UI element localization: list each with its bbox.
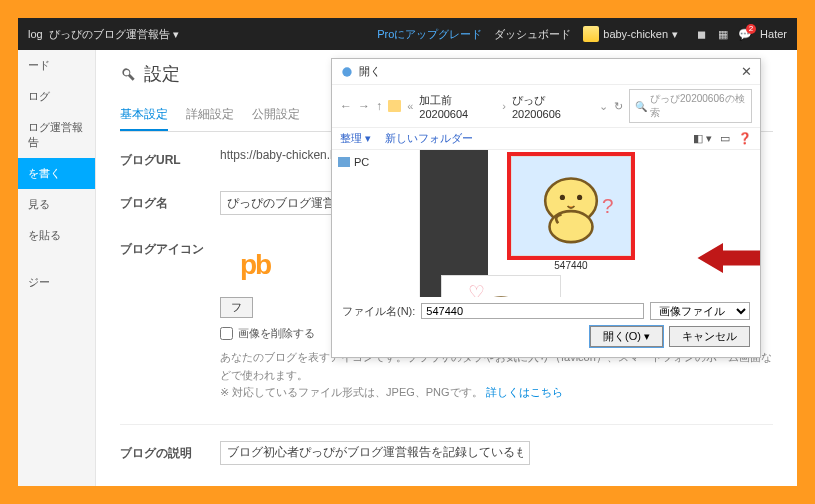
nav-up-icon[interactable]: ↑ [376, 99, 382, 113]
file-item[interactable]: ♡ [426, 275, 576, 297]
search-icon: 🔍 [635, 101, 647, 112]
file-open-dialog: 開く ✕ ← → ↑ « 加工前20200604 › ぴっぴ20200606 ⌄… [331, 58, 761, 358]
sidebar-item[interactable]: を貼る [18, 220, 95, 251]
tab-publish[interactable]: 公開設定 [252, 100, 300, 131]
delete-image-checkbox[interactable] [220, 327, 233, 340]
hatena-fragment: Hater [760, 28, 787, 40]
wrench-icon [120, 66, 136, 82]
dialog-app-icon [340, 65, 354, 79]
filename-input[interactable] [421, 303, 644, 319]
input-blog-desc[interactable] [220, 441, 530, 465]
chick-thinking-icon: ? [528, 163, 614, 249]
preview-pane-icon[interactable]: ▭ [720, 132, 730, 145]
filename-label: ファイル名(N): [342, 304, 415, 319]
sidebar-item[interactable]: ログ [18, 81, 95, 112]
sidebar-item[interactable] [18, 251, 95, 267]
svg-point-2 [550, 211, 593, 242]
view-mode-icon[interactable]: ◧ ▾ [693, 132, 712, 145]
service-logo-fragment: log [28, 28, 43, 40]
file-name: 547440 [496, 260, 646, 271]
tab-advanced[interactable]: 詳細設定 [186, 100, 234, 131]
svg-point-4 [577, 195, 582, 200]
svg-text:?: ? [602, 194, 613, 217]
sidebar-item[interactable]: ード [18, 50, 95, 81]
notification-icon[interactable]: 💬2 [734, 28, 756, 41]
tab-basic[interactable]: 基本設定 [120, 100, 168, 131]
label-blog-url: ブログURL [120, 148, 220, 169]
avatar-icon [583, 26, 599, 42]
svg-point-0 [342, 67, 351, 76]
choose-file-button[interactable]: フ [220, 297, 253, 318]
sidebar-item[interactable]: ログ運営報告 [18, 112, 95, 158]
refresh-icon[interactable]: ↻ [614, 100, 623, 113]
red-arrow-annotation [697, 240, 760, 276]
cancel-button[interactable]: キャンセル [669, 326, 750, 347]
delete-image-label: 画像を削除する [238, 326, 315, 341]
nav-back-icon[interactable]: ← [340, 99, 352, 113]
new-folder-button[interactable]: 新しいフォルダー [385, 131, 473, 146]
user-menu[interactable]: baby-chicken ▾ [583, 26, 678, 42]
details-link[interactable]: 詳しくはこちら [486, 386, 563, 398]
dialog-title: 開く [359, 64, 381, 79]
nav-fwd-icon[interactable]: → [358, 99, 370, 113]
breadcrumb[interactable]: ぴっぴ20200606 [512, 93, 589, 120]
svg-point-3 [560, 195, 565, 200]
dialog-close-icon[interactable]: ✕ [741, 64, 752, 79]
breadcrumb[interactable]: 加工前20200604 [419, 93, 496, 120]
label-blog-desc: ブログの説明 [120, 441, 220, 462]
svg-text:♡: ♡ [468, 282, 485, 297]
pc-icon [338, 157, 350, 167]
sidebar: ード ログ ログ運営報告 を書く 見る を貼る ジー [18, 50, 96, 486]
label-blog-icon: ブログアイコン [120, 237, 220, 258]
dialog-file-grid: ? 547440 ♡ [420, 150, 760, 297]
file-item-selected[interactable]: ? 547440 [496, 156, 646, 271]
grid-icon[interactable]: ▦ [712, 28, 734, 41]
sidebar-item[interactable]: ジー [18, 267, 95, 298]
bookmark-icon[interactable]: ◼ [690, 28, 712, 41]
help-icon[interactable]: ❓ [738, 132, 752, 145]
sidebar-item[interactable]: 見る [18, 189, 95, 220]
dialog-tree[interactable]: PC [332, 150, 420, 297]
filetype-filter[interactable]: 画像ファイル [650, 302, 750, 320]
dialog-search[interactable]: 🔍 ぴっぴ20200606の検索 [629, 89, 752, 123]
chick-happy-icon: ♡ [458, 282, 544, 297]
dashboard-link[interactable]: ダッシュボード [494, 27, 571, 42]
sidebar-item-write[interactable]: を書く [18, 158, 95, 189]
blog-title-menu[interactable]: ぴっぴのブログ運営報告 ▾ [49, 27, 179, 42]
label-blog-name: ブログ名 [120, 191, 220, 212]
svg-marker-16 [698, 243, 761, 273]
open-button[interactable]: 開く(O) ▾ [590, 326, 663, 347]
folder-icon [388, 100, 401, 112]
organize-menu[interactable]: 整理 ▾ [340, 131, 371, 146]
top-bar: log ぴっぴのブログ運営報告 ▾ Proにアップグレード ダッシュボード ba… [18, 18, 797, 50]
upgrade-link[interactable]: Proにアップグレード [377, 27, 482, 42]
blog-icon-preview: pb [220, 237, 290, 293]
